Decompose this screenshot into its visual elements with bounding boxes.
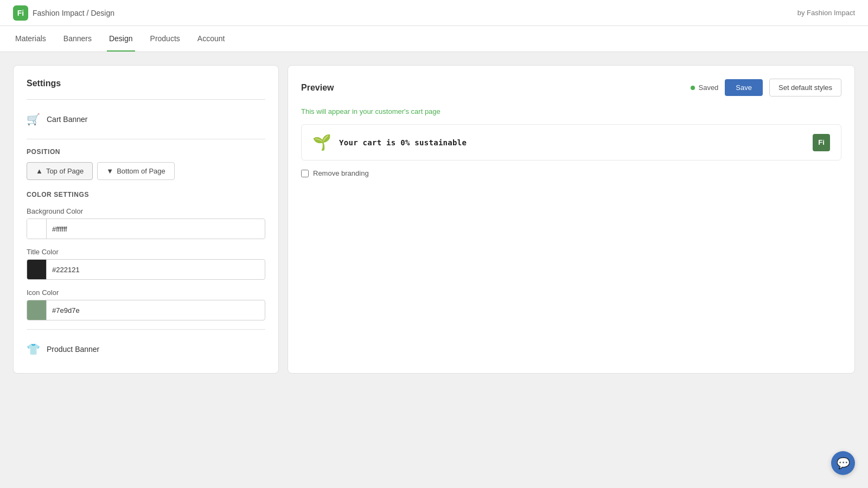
nav-materials[interactable]: Materials [13, 26, 48, 52]
nav-design[interactable]: Design [107, 26, 135, 52]
product-banner-section: 👕 Product Banner [27, 338, 265, 360]
product-banner-label: Product Banner [47, 345, 99, 354]
product-icon: 👕 [27, 343, 40, 356]
title-color-label: Title Color [27, 248, 265, 256]
icon-color-label: Icon Color [27, 288, 265, 297]
position-buttons: ▲ Top of Page ▼ Bottom of Page [27, 162, 265, 180]
top-of-page-button[interactable]: ▲ Top of Page [27, 162, 93, 180]
bottom-of-page-button[interactable]: ▼ Bottom of Page [97, 162, 175, 180]
nav-banners[interactable]: Banners [61, 26, 94, 52]
icon-color-input[interactable] [47, 302, 265, 319]
preview-actions: Saved Save Set default styles [691, 79, 841, 97]
plant-icon: 🌱 [312, 133, 331, 151]
preview-subtitle: This will appear in your customer's cart… [301, 107, 841, 115]
brand-suffix: by Fashion Impact [797, 9, 855, 17]
divider-3 [27, 329, 265, 330]
app-logo: Fi [13, 5, 28, 21]
nav-products[interactable]: Products [148, 26, 182, 52]
default-styles-button[interactable]: Set default styles [769, 79, 841, 97]
title-color-input-row [27, 259, 265, 280]
cart-banner-section: 🛒 Cart Banner [27, 108, 265, 130]
title-color-swatch[interactable] [27, 260, 47, 279]
nav-account[interactable]: Account [195, 26, 227, 52]
topbar-left: Fi Fashion Impact / Design [13, 5, 114, 21]
preview-header: Preview Saved Save Set default styles [301, 79, 841, 97]
cart-icon: 🛒 [27, 113, 40, 126]
settings-panel: Settings 🛒 Cart Banner POSITION ▲ Top of… [13, 65, 279, 374]
background-color-label: Background Color [27, 207, 265, 215]
arrow-down-icon: ▼ [106, 167, 113, 175]
title-color-input[interactable] [47, 261, 265, 278]
saved-dot [691, 86, 695, 90]
background-color-swatch[interactable] [27, 219, 47, 239]
breadcrumb: Fashion Impact / Design [33, 9, 114, 17]
nav: Materials Banners Design Products Accoun… [0, 26, 868, 52]
saved-indicator: Saved [691, 84, 718, 92]
cart-banner-preview: 🌱 Your cart is 0% sustainable Fi [301, 124, 841, 160]
color-settings-label: COLOR SETTINGS [27, 191, 265, 198]
position-label: POSITION [27, 148, 265, 156]
cart-banner-text: Your cart is 0% sustainable [339, 138, 467, 147]
save-button[interactable]: Save [725, 79, 763, 96]
remove-branding-label: Remove branding [313, 169, 369, 177]
arrow-up-icon: ▲ [36, 167, 43, 175]
fi-logo: Fi [813, 134, 830, 151]
preview-panel: Preview Saved Save Set default styles Th… [288, 65, 855, 374]
settings-title: Settings [27, 79, 265, 88]
cart-banner-left: 🌱 Your cart is 0% sustainable [312, 133, 467, 151]
divider-1 [27, 99, 265, 100]
remove-branding-row: Remove branding [301, 169, 841, 177]
cart-banner-label: Cart Banner [47, 115, 87, 124]
icon-color-field: Icon Color [27, 288, 265, 320]
background-color-input[interactable] [47, 221, 265, 237]
title-color-field: Title Color [27, 248, 265, 280]
remove-branding-checkbox[interactable] [301, 170, 309, 177]
main-content: Settings 🛒 Cart Banner POSITION ▲ Top of… [0, 52, 868, 387]
preview-title: Preview [301, 83, 334, 93]
background-color-input-row [27, 219, 265, 239]
topbar: Fi Fashion Impact / Design by Fashion Im… [0, 0, 868, 26]
saved-label: Saved [698, 84, 718, 92]
icon-color-input-row [27, 300, 265, 320]
background-color-field: Background Color [27, 207, 265, 239]
icon-color-swatch[interactable] [27, 300, 47, 320]
divider-2 [27, 139, 265, 139]
